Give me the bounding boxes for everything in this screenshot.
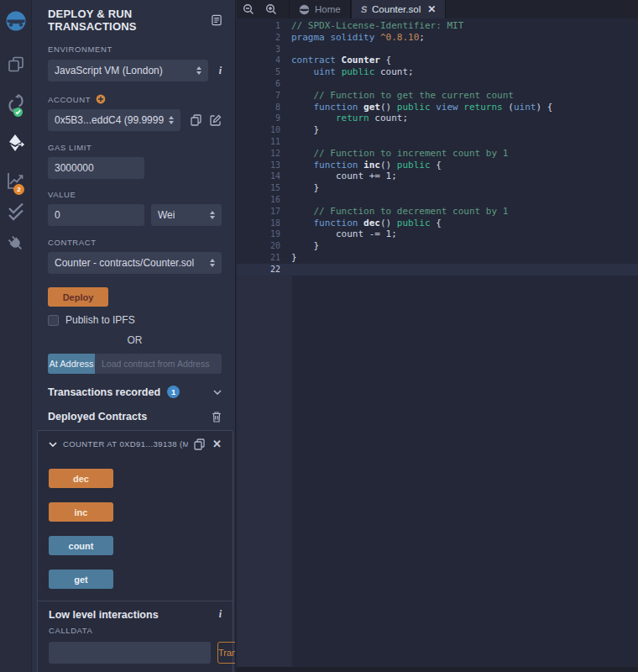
contract-select[interactable]: Counter - contracts/Counter.sol	[48, 252, 222, 274]
line-number: 17	[237, 206, 280, 218]
code-line-8[interactable]: 8 function get() public view returns (ui…	[237, 102, 638, 113]
line-content: // SPDX-License-Identifier: MIT	[280, 20, 463, 32]
collapse-chevron-icon[interactable]	[49, 442, 57, 447]
code-line-12[interactable]: 12 // Function to increment count by 1	[237, 148, 638, 160]
tab-counter-sol[interactable]: S Counter.sol ✕	[351, 0, 447, 18]
line-content: count += 1;	[280, 171, 397, 182]
line-content	[280, 264, 291, 276]
line-number: 14	[237, 171, 280, 182]
code-line-19[interactable]: 19 count -= 1;	[237, 228, 638, 240]
line-content: }	[280, 182, 319, 194]
code-line-17[interactable]: 17 // Function to decrement count by 1	[237, 206, 638, 218]
code-line-14[interactable]: 14 count += 1;	[237, 171, 638, 182]
remix-logo	[0, 10, 32, 32]
code-line-11[interactable]: 11	[237, 136, 638, 148]
line-content: // Function to get the current count	[280, 90, 514, 102]
close-tab-icon[interactable]: ✕	[427, 3, 436, 15]
line-number: 18	[237, 218, 280, 229]
home-icon	[299, 4, 310, 15]
line-content	[280, 78, 291, 90]
code-line-16[interactable]: 16	[237, 194, 638, 206]
code-line-10[interactable]: 10 }	[237, 124, 638, 136]
code-line-13[interactable]: 13 function inc() public {	[237, 160, 638, 171]
publish-ipfs-checkbox[interactable]	[48, 315, 59, 326]
line-number: 19	[237, 228, 280, 240]
terminal-edge	[237, 667, 638, 672]
zoom-out-icon[interactable]	[237, 0, 259, 18]
deploy-run-icon[interactable]	[0, 133, 32, 153]
at-address-input[interactable]	[95, 354, 222, 374]
tab-home[interactable]: Home	[289, 0, 351, 18]
code-line-22[interactable]: 22	[237, 264, 638, 276]
transactions-recorded-label: Transactions recorded	[48, 386, 160, 398]
value-label: VALUE	[48, 190, 222, 199]
chevron-down-icon[interactable]	[213, 390, 222, 395]
file-explorer-icon[interactable]	[0, 55, 32, 74]
line-number: 2	[237, 32, 280, 44]
line-content: }	[280, 124, 319, 136]
gas-limit-input[interactable]	[48, 157, 144, 179]
dec-function-button[interactable]: dec	[49, 469, 113, 488]
line-content: function dec() public {	[280, 218, 442, 229]
doc-icon[interactable]	[212, 14, 222, 26]
line-content: function inc() public {	[280, 160, 442, 171]
count-function-button[interactable]: count	[49, 536, 113, 555]
low-level-info-icon[interactable]: i	[219, 608, 222, 621]
account-label: ACCOUNT	[48, 95, 91, 104]
line-content: // Function to increment count by 1	[280, 148, 508, 160]
line-content: uint public count;	[280, 66, 414, 78]
line-content: function get() public view returns (uint…	[280, 102, 552, 113]
inc-function-button[interactable]: inc	[49, 502, 113, 522]
line-number: 1	[237, 20, 280, 32]
panel-title: DEPLOY & RUN TRANSACTIONS	[48, 8, 212, 33]
transact-button[interactable]: Transact	[217, 642, 236, 664]
or-divider: OR	[48, 334, 222, 346]
code-line-2[interactable]: 2pragma solidity ^0.8.10;	[237, 32, 638, 44]
compiler-icon[interactable]	[0, 92, 32, 114]
environment-info-icon[interactable]: i	[219, 65, 222, 77]
remix-ide-window: 2 DEPLOY & RUN TRANSACTIONS ENVIRONMENT	[0, 0, 638, 672]
account-select[interactable]: 0x5B3...eddC4 (99.9999999	[48, 109, 180, 131]
code-line-7[interactable]: 7 // Function to get the current count	[237, 90, 638, 102]
code-line-5[interactable]: 5 uint public count;	[237, 66, 638, 78]
remove-instance-icon[interactable]: ✕	[212, 438, 222, 450]
code-line-1[interactable]: 1// SPDX-License-Identifier: MIT	[237, 20, 638, 32]
zoom-in-icon[interactable]	[259, 0, 282, 18]
code-editor: Home S Counter.sol ✕ 1// SPDX-License-Id…	[237, 0, 638, 672]
line-number: 21	[237, 252, 280, 264]
analytics-icon[interactable]: 2	[0, 171, 32, 191]
environment-label: ENVIRONMENT	[48, 45, 222, 54]
deploy-button[interactable]: Deploy	[48, 287, 108, 307]
at-address-button[interactable]: At Address	[48, 354, 95, 374]
line-content	[280, 136, 291, 148]
code-line-21[interactable]: 21}	[237, 252, 638, 264]
line-content: }	[280, 252, 297, 264]
add-account-icon[interactable]	[96, 94, 106, 104]
environment-select[interactable]: JavaScript VM (London)	[48, 60, 208, 81]
line-number: 7	[237, 90, 280, 102]
value-unit-select[interactable]: Wei	[151, 204, 222, 226]
code-line-6[interactable]: 6	[237, 78, 638, 90]
compiler-success-badge	[13, 108, 23, 117]
copy-account-icon[interactable]	[191, 114, 201, 126]
code-line-18[interactable]: 18 function dec() public {	[237, 218, 638, 229]
edit-account-icon[interactable]	[210, 114, 222, 126]
code-line-4[interactable]: 4contract Counter {	[237, 55, 638, 66]
code-line-9[interactable]: 9 return count;	[237, 113, 638, 124]
code-area[interactable]: 1// SPDX-License-Identifier: MIT2pragma …	[237, 18, 638, 276]
plugin-icon[interactable]	[0, 234, 32, 253]
chevron-updown-icon	[210, 211, 215, 219]
value-input[interactable]	[48, 204, 144, 226]
line-number: 4	[237, 55, 280, 66]
code-line-15[interactable]: 15 }	[237, 182, 638, 194]
copy-address-icon[interactable]	[194, 438, 205, 450]
unit-testing-icon[interactable]	[0, 202, 32, 221]
line-number: 5	[237, 66, 280, 78]
code-line-3[interactable]: 3	[237, 44, 638, 55]
trash-icon[interactable]	[212, 411, 222, 423]
get-function-button[interactable]: get	[49, 570, 113, 589]
code-line-20[interactable]: 20 }	[237, 240, 638, 252]
contract-instance-title: COUNTER AT 0XD91...39138 (MEMORY	[63, 439, 188, 449]
contract-label: CONTRACT	[48, 238, 222, 247]
calldata-input[interactable]	[49, 642, 211, 664]
